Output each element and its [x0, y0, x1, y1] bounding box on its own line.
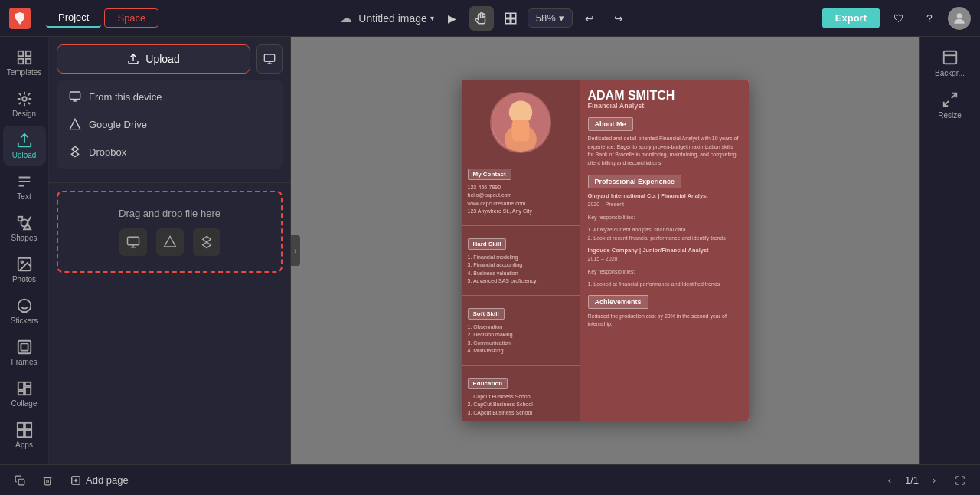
topbar-tabs: Project Space: [46, 8, 158, 28]
hand-tool-button[interactable]: [469, 6, 494, 31]
fullscreen-button[interactable]: [949, 470, 971, 491]
resize-label: Resize: [938, 111, 962, 120]
dropdown-google-drive[interactable]: Google Drive: [57, 110, 283, 138]
panel-collapse-handle[interactable]: ›: [291, 235, 300, 266]
divider-1: [462, 225, 580, 226]
sidebar-item-text[interactable]: Text: [3, 167, 46, 207]
contact-address: 123 Anywhere St., Any City: [468, 208, 574, 216]
sidebar-item-collage[interactable]: Collage: [3, 374, 46, 414]
svg-point-4: [957, 13, 962, 18]
play-button[interactable]: ▶: [440, 6, 465, 31]
resume-photo: [462, 80, 580, 161]
add-page-button[interactable]: Add page: [64, 471, 135, 489]
upload-small-button[interactable]: [256, 44, 283, 74]
next-page-button[interactable]: ›: [925, 471, 943, 490]
page-counter: 1/1: [905, 474, 919, 486]
sidebar-item-photos[interactable]: Photos: [3, 250, 46, 290]
shield-button[interactable]: 🛡: [887, 6, 911, 31]
cloud-icon: ☁: [340, 11, 352, 25]
dropdown-dropbox[interactable]: Dropbox: [57, 138, 283, 166]
soft-skill-section: Soft Skill 1. Observation 2. Decision ma…: [462, 300, 580, 360]
help-button[interactable]: ?: [917, 6, 942, 31]
add-page-label: Add page: [86, 474, 129, 486]
rp-resize[interactable]: Resize: [923, 85, 977, 126]
contact-phone: 123-456-7890: [468, 184, 574, 192]
sidebar-shapes-label: Shapes: [11, 234, 38, 242]
redo-button[interactable]: ↪: [606, 6, 631, 31]
sidebar-text-label: Text: [17, 192, 31, 201]
topbar-right: Export 🛡 ?: [822, 6, 971, 31]
left-panel: Upload From this device Google Drive: [49, 37, 291, 464]
edu-2: 2. CapCut Business School: [468, 401, 574, 409]
file-name: Untitled image ▾: [358, 12, 434, 25]
avatar: [948, 7, 971, 30]
undo-button[interactable]: ↩: [577, 6, 602, 31]
soft-skill-1: 1. Observation: [468, 323, 574, 332]
resume-card: My Contact 123-456-7890 hello@capcut.com…: [462, 80, 749, 422]
sidebar-item-shapes[interactable]: Shapes: [3, 208, 46, 248]
pro-exp-title: Professional Experience: [588, 175, 682, 188]
sidebar-item-frames[interactable]: Frames: [3, 333, 46, 372]
layout-button[interactable]: [498, 6, 523, 31]
upload-button-row: Upload: [57, 44, 283, 74]
soft-skill-4: 4. Multi-tasking: [468, 347, 574, 356]
delete-page-button[interactable]: [37, 470, 58, 491]
svg-rect-22: [24, 382, 30, 386]
export-button[interactable]: Export: [822, 8, 880, 28]
drag-drop-icons: [74, 228, 266, 256]
sidebar-item-upload[interactable]: Upload: [3, 126, 46, 166]
svg-marker-42: [202, 237, 211, 248]
svg-rect-1: [511, 13, 516, 18]
sidebar-item-templates[interactable]: Templates: [3, 43, 46, 83]
resume-left-col: My Contact 123-456-7890 hello@capcut.com…: [462, 80, 580, 422]
sidebar-item-design[interactable]: Design: [3, 84, 46, 124]
upload-button[interactable]: Upload: [57, 44, 250, 74]
svg-rect-27: [17, 431, 23, 437]
svg-rect-6: [25, 51, 30, 56]
rp-background[interactable]: Backgr...: [923, 43, 977, 84]
exp1-resp-label: Key responsibilities:: [588, 214, 741, 222]
about-me-text: Dedicated and detail-oriented Financial …: [588, 135, 741, 167]
google-drive-label: Google Drive: [89, 119, 147, 130]
prev-page-button[interactable]: ‹: [880, 471, 899, 490]
contact-section: My Contact 123-456-7890 hello@capcut.com…: [462, 161, 580, 221]
svg-rect-33: [70, 92, 80, 99]
soft-skill-2: 2. Decision making: [468, 331, 574, 339]
achievements-title: Achievements: [588, 295, 648, 309]
copy-page-button[interactable]: [9, 470, 31, 491]
upload-dropdown: From this device Google Drive Dropbox: [57, 80, 283, 169]
svg-rect-30: [264, 54, 274, 61]
tab-project[interactable]: Project: [46, 8, 101, 28]
contact-details: 123-456-7890 hello@capcut.com www.capcut…: [468, 184, 574, 216]
svg-rect-2: [505, 18, 510, 23]
sidebar-icons: Templates Design Upload Text Shapes Phot…: [0, 37, 49, 464]
logo-icon: [9, 8, 31, 29]
svg-rect-0: [505, 13, 510, 18]
sidebar-collapse-button[interactable]: [3, 458, 46, 464]
svg-rect-26: [24, 423, 31, 429]
sidebar-item-apps[interactable]: Apps: [3, 415, 46, 455]
drag-drop-area[interactable]: Drag and drop file here: [57, 191, 283, 273]
chevron-down-icon[interactable]: ▾: [430, 14, 434, 22]
canvas-area: › My Contac: [291, 37, 919, 464]
sidebar-item-stickers[interactable]: Stickers: [3, 291, 46, 331]
exp2-period: 2015 – 2020: [588, 255, 741, 264]
zoom-label: 58%: [536, 12, 556, 24]
education-title: Education: [468, 378, 508, 389]
sidebar-upload-label: Upload: [12, 151, 37, 159]
svg-rect-38: [127, 237, 139, 245]
from-device-label: From this device: [89, 91, 162, 103]
svg-point-16: [18, 300, 31, 313]
zoom-button[interactable]: 58% ▾: [528, 8, 573, 28]
svg-marker-36: [70, 119, 80, 129]
sidebar-apps-label: Apps: [15, 441, 33, 449]
svg-point-9: [22, 97, 27, 101]
dropdown-from-device[interactable]: From this device: [57, 83, 283, 110]
exp2-title: Ingoude Company | Junior/Financial Analy…: [588, 247, 741, 254]
divider-3: [462, 365, 580, 366]
background-label: Backgr...: [935, 69, 965, 77]
tab-space[interactable]: Space: [104, 8, 158, 28]
drag-drop-text: Drag and drop file here: [119, 208, 220, 219]
bottom-bar: Add page ‹ 1/1 ›: [0, 464, 980, 495]
hard-skill-list: 1. Financial modeling 3. Financial accou…: [468, 254, 574, 286]
